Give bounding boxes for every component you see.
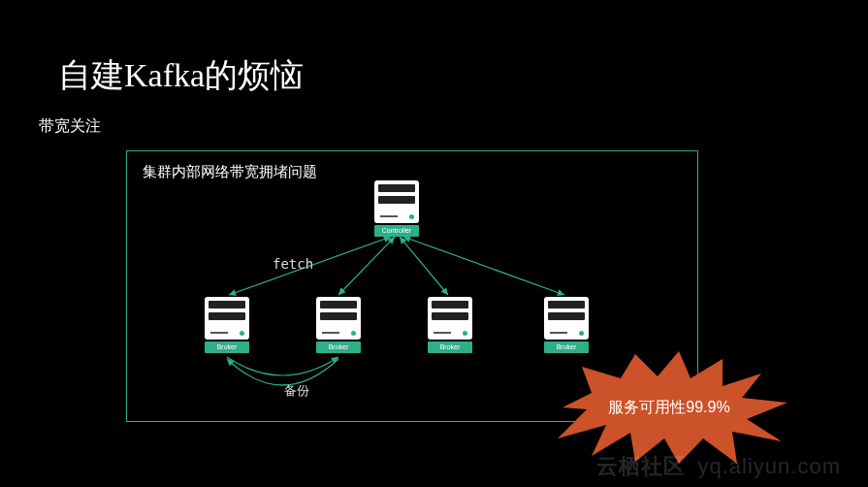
node-controller: Controller xyxy=(374,180,419,237)
server-icon xyxy=(205,297,249,340)
availability-badge: 服务可用性99.9% xyxy=(543,349,795,466)
server-icon xyxy=(316,297,361,340)
svg-line-2 xyxy=(400,237,448,295)
edge-label-fetch: fetch xyxy=(273,256,313,272)
page-title: 自建Kafka的烦恼 xyxy=(58,53,304,98)
availability-text: 服务可用性99.9% xyxy=(608,398,729,418)
node-label: Broker xyxy=(428,341,472,353)
node-label: Controller xyxy=(374,225,419,237)
node-label: Broker xyxy=(205,341,249,353)
edge-label-backup: 备份 xyxy=(284,382,309,400)
node-broker-2: Broker xyxy=(316,297,361,353)
footer-url: yq.aliyun.com xyxy=(697,454,841,479)
node-label: Broker xyxy=(316,341,361,353)
section-subtitle: 带宽关注 xyxy=(39,116,101,137)
svg-line-3 xyxy=(403,237,564,295)
node-broker-4: Broker xyxy=(544,297,589,353)
footer-watermark: 云栖社区 yq.aliyun.com xyxy=(596,452,841,481)
footer-brand: 云栖社区 xyxy=(596,452,686,481)
server-icon xyxy=(544,297,589,340)
server-icon xyxy=(374,180,419,223)
node-broker-1: Broker xyxy=(205,297,249,353)
node-broker-3: Broker xyxy=(428,297,472,353)
server-icon xyxy=(428,297,472,340)
